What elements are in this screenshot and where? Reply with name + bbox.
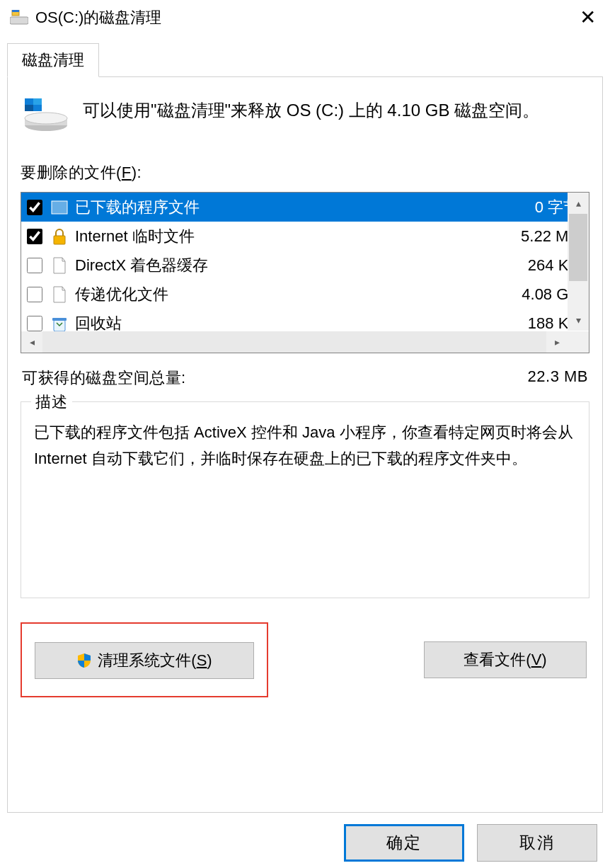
files-listbox[interactable]: 已下载的程序文件0 字节Internet 临时文件5.22 MBDirectX … <box>21 192 589 353</box>
list-item[interactable]: Internet 临时文件5.22 MB <box>21 222 589 251</box>
description-groupbox: 描述 已下载的程序文件包括 ActiveX 控件和 Java 小程序，你查看特定… <box>21 401 589 598</box>
scroll-up-arrow[interactable]: ▴ <box>568 193 589 214</box>
svg-rect-5 <box>25 105 33 111</box>
intro-text: 可以使用"磁盘清理"来释放 OS (C:) 上的 4.10 GB 磁盘空间。 <box>83 97 539 123</box>
scroll-right-arrow[interactable]: ▸ <box>546 331 568 353</box>
shield-icon <box>76 653 92 668</box>
file-checkbox[interactable] <box>27 258 42 273</box>
file-checkbox[interactable] <box>27 287 42 302</box>
window-title: OS(C:)的磁盘清理 <box>35 7 161 28</box>
list-item[interactable]: 已下载的程序文件0 字节 <box>21 193 589 222</box>
highlight-box: 清理系统文件(S) <box>21 622 268 697</box>
titlebar: OS(C:)的磁盘清理 ✕ <box>0 0 610 34</box>
vertical-scrollbar[interactable]: ▴ ▾ <box>568 193 589 331</box>
lock-icon <box>50 227 69 246</box>
scroll-down-arrow[interactable]: ▾ <box>568 309 589 331</box>
view-files-button[interactable]: 查看文件(V) <box>424 641 587 678</box>
file-checkbox[interactable] <box>27 200 42 215</box>
disk-cleanup-icon <box>10 10 28 25</box>
clean-system-files-label: 清理系统文件(S) <box>98 650 212 671</box>
svg-rect-12 <box>52 318 67 321</box>
file-label: 传递优化文件 <box>74 284 522 305</box>
scroll-corner <box>568 331 589 353</box>
file-label: 回收站 <box>74 313 528 334</box>
list-item[interactable]: DirectX 着色器缓存264 KB <box>21 251 589 280</box>
svg-rect-9 <box>52 201 67 214</box>
horizontal-scrollbar[interactable]: ◂ ▸ <box>21 331 568 353</box>
svg-rect-0 <box>10 17 28 24</box>
cancel-button[interactable]: 取消 <box>477 824 597 862</box>
file-icon <box>50 285 69 304</box>
ok-button[interactable]: 确定 <box>344 824 464 862</box>
file-checkbox[interactable] <box>27 316 42 331</box>
total-space-value: 22.3 MB <box>528 367 588 389</box>
files-to-delete-label: 要删除的文件(F): <box>21 162 589 183</box>
tab-panel: 可以使用"磁盘清理"来释放 OS (C:) 上的 4.10 GB 磁盘空间。 要… <box>7 76 603 813</box>
file-label: Internet 临时文件 <box>74 226 521 247</box>
svg-rect-2 <box>12 10 19 12</box>
drive-icon <box>23 97 69 132</box>
svg-rect-10 <box>54 236 65 244</box>
file-label: DirectX 着色器缓存 <box>74 255 528 276</box>
description-text: 已下载的程序文件包括 ActiveX 控件和 Java 小程序，你查看特定网页时… <box>34 419 576 472</box>
file-label: 已下载的程序文件 <box>74 197 535 218</box>
dialog-button-bar: 确定 取消 <box>0 813 610 868</box>
file-icon <box>50 256 69 275</box>
view-files-label: 查看文件(V) <box>464 649 546 670</box>
scroll-thumb[interactable] <box>569 214 587 281</box>
clean-system-files-button[interactable]: 清理系统文件(S) <box>35 642 254 679</box>
file-checkbox[interactable] <box>27 229 42 244</box>
box-icon <box>50 198 69 217</box>
scroll-left-arrow[interactable]: ◂ <box>21 331 42 353</box>
close-button[interactable]: ✕ <box>575 8 600 28</box>
total-space-label: 可获得的磁盘空间总量: <box>22 367 186 389</box>
tab-disk-cleanup[interactable]: 磁盘清理 <box>7 43 99 77</box>
svg-rect-4 <box>33 98 42 105</box>
recycle-icon <box>50 314 69 333</box>
description-legend: 描述 <box>31 392 72 413</box>
svg-point-8 <box>25 113 67 124</box>
list-item[interactable]: 传递优化文件4.08 GB <box>21 280 589 309</box>
